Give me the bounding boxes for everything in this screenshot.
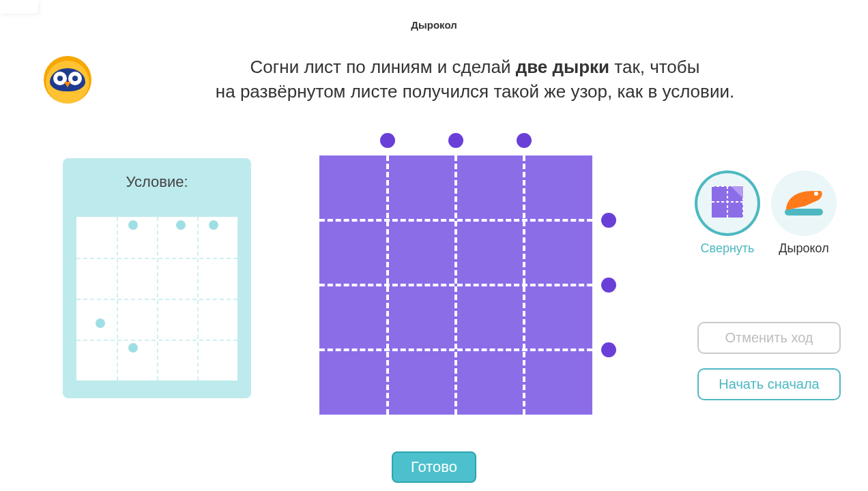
done-button[interactable]: Готово [392,451,476,483]
restart-button[interactable]: Начать сначала [697,368,841,400]
playfield[interactable] [292,123,647,436]
fold-target-top[interactable] [448,133,463,148]
top-tab [0,0,38,14]
folding-sheet[interactable] [319,155,592,415]
fold-line-horizontal[interactable] [319,219,592,222]
fold-icon [708,182,747,225]
instr-bold: две дырки [516,57,609,77]
instruction-text: Согни лист по линиям и сделай две дырки … [109,55,841,104]
fold-target-right[interactable] [601,213,616,228]
page-title: Дырокол [0,19,868,31]
app-stage: Дырокол Согни лист по линиям и сделай дв… [0,0,868,491]
tool-fold-label: Свернуть [701,241,755,256]
fold-target-top[interactable] [517,133,532,148]
fold-line-horizontal[interactable] [319,348,592,351]
condition-hole [128,343,138,353]
tool-fold[interactable]: Свернуть [695,170,760,256]
punch-icon [782,185,826,222]
condition-hole [96,318,105,328]
fold-target-right[interactable] [601,342,616,357]
condition-hole [176,220,186,230]
fold-line-horizontal[interactable] [319,284,592,286]
svg-point-4 [814,192,818,196]
fold-target-top[interactable] [380,133,395,148]
condition-sheet [76,217,237,381]
svg-rect-3 [785,209,823,215]
undo-button[interactable]: Отменить ход [697,322,841,354]
condition-hole [209,220,218,230]
instr-line2: на развёрнутом листе получился такой же … [216,81,734,102]
fold-target-right[interactable] [601,278,616,293]
instr-pre: Согни лист по линиям и сделай [250,57,516,77]
condition-label: Условие: [63,173,251,191]
instr-post: так, чтобы [609,57,699,77]
owl-avatar [44,56,91,104]
condition-hole [128,220,138,230]
condition-panel: Условие: [63,158,251,398]
tool-palette: Свернуть Дырокол [691,170,841,256]
tool-punch-label: Дырокол [779,241,828,256]
tool-punch[interactable]: Дырокол [771,170,837,256]
